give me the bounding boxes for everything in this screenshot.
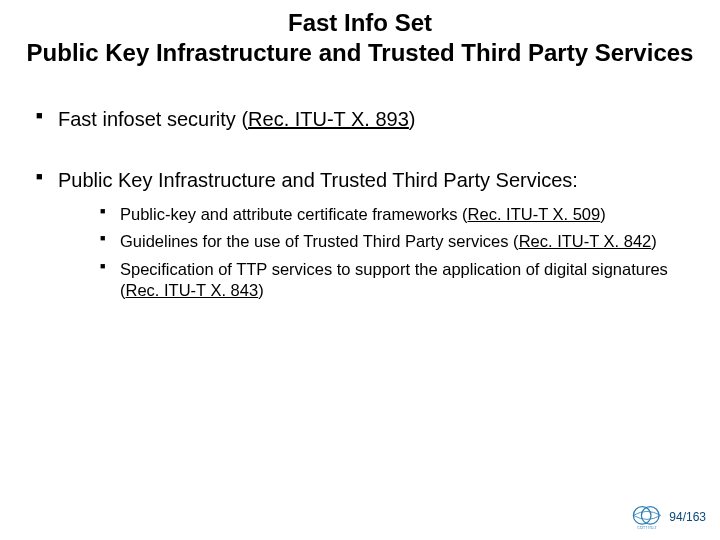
title-line-1: Fast Info Set (12, 8, 708, 38)
rec-link[interactable]: Rec. ITU-T X. 842 (519, 232, 652, 250)
list-item: Guidelines for the use of Trusted Third … (100, 231, 686, 252)
item-text-post: ) (258, 281, 264, 299)
item-text: Guidelines for the use of Trusted Third … (120, 232, 519, 250)
item-text: Fast infoset security ( (58, 108, 248, 130)
item-text-post: ) (409, 108, 416, 130)
list-item: Public Key Infrastructure and Trusted Th… (34, 167, 686, 302)
rec-link[interactable]: Rec. ITU-T X. 893 (248, 108, 409, 130)
list-item: Public-key and attribute certificate fra… (100, 204, 686, 225)
item-text: Public-key and attribute certificate fra… (120, 205, 468, 223)
rec-link[interactable]: Rec. ITU-T X. 509 (468, 205, 601, 223)
svg-point-1 (642, 507, 660, 525)
item-text: Public Key Infrastructure and Trusted Th… (58, 169, 578, 191)
sub-bullet-list: Public-key and attribute certificate fra… (58, 204, 686, 302)
slide-title: Fast Info Set Public Key Infrastructure … (0, 0, 720, 68)
footer: CCITT ITU-T 94/163 (631, 504, 706, 530)
svg-point-0 (634, 507, 652, 525)
item-text-post: ) (600, 205, 606, 223)
list-item: Fast infoset security (Rec. ITU-T X. 893… (34, 106, 686, 133)
slide-body: Fast infoset security (Rec. ITU-T X. 893… (0, 68, 720, 302)
page-number: 94/163 (669, 510, 706, 524)
item-text-post: ) (651, 232, 657, 250)
svg-text:CCITT ITU-T: CCITT ITU-T (638, 526, 657, 530)
list-item: Specification of TTP services to support… (100, 259, 686, 302)
bullet-list: Fast infoset security (Rec. ITU-T X. 893… (34, 106, 686, 302)
rec-link[interactable]: Rec. ITU-T X. 843 (126, 281, 259, 299)
slide: Fast Info Set Public Key Infrastructure … (0, 0, 720, 540)
anniversary-logo-icon: CCITT ITU-T (631, 504, 663, 530)
title-line-2: Public Key Infrastructure and Trusted Th… (12, 38, 708, 68)
